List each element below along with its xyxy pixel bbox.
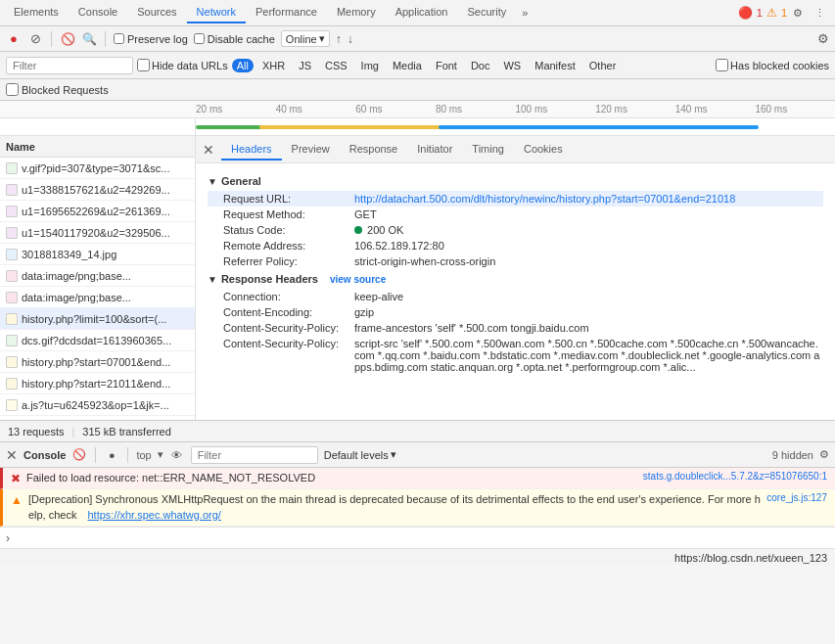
preserve-log-checkbox[interactable]	[114, 33, 124, 44]
list-item[interactable]: history.php?start=21011&end...	[0, 373, 195, 394]
list-item[interactable]: history.php?start=07001&end...	[0, 351, 195, 373]
filter-ws-button[interactable]: WS	[498, 59, 526, 72]
more-tabs-icon[interactable]: »	[516, 3, 533, 23]
message-source[interactable]: stats.g.doubleclick...5.7.2&z=851076650:…	[643, 471, 827, 482]
console-input-row: ›	[0, 527, 835, 548]
list-item[interactable]: a.js?tu=u6245924&op=1&jk=...	[0, 416, 195, 420]
tab-performance[interactable]: Performance	[246, 2, 327, 23]
console-gear-icon[interactable]: ⚙	[819, 448, 829, 461]
list-item[interactable]: dcs.gif?dcdsdat=1613960365...	[0, 330, 195, 351]
hide-urls-checkbox[interactable]	[137, 59, 150, 71]
tab-memory[interactable]: Memory	[327, 2, 386, 23]
timeline-header: 20 ms40 ms60 ms80 ms100 ms120 ms140 ms16…	[0, 101, 835, 118]
status-code-label: Status Code:	[223, 224, 350, 236]
filter-font-button[interactable]: Font	[431, 59, 462, 72]
disable-cache-label[interactable]: Disable cache	[194, 33, 275, 45]
request-url-row: Request URL: http://datachart.500.com/dl…	[208, 191, 823, 207]
tab-security[interactable]: Security	[457, 2, 516, 23]
tab-response[interactable]: Response	[340, 139, 408, 161]
tab-application[interactable]: Application	[386, 2, 458, 23]
tab-network[interactable]: Network	[187, 2, 246, 23]
filter-bar: Hide data URLs All XHR JS CSS Img Media …	[0, 52, 835, 79]
tab-elements[interactable]: Elements	[4, 2, 69, 23]
list-item[interactable]: history.php?limit=100&sort=(...	[0, 308, 195, 330]
console-close-icon[interactable]: ✕	[6, 447, 18, 463]
clear-button[interactable]: 🚫	[60, 31, 75, 47]
status-code-value: 200 OK	[354, 224, 403, 236]
has-blocked-checkbox[interactable]	[716, 59, 728, 71]
status-dot	[354, 226, 362, 234]
chevron-down-icon-console[interactable]: ▾	[158, 448, 163, 461]
preserve-log-label[interactable]: Preserve log	[114, 33, 188, 45]
hide-urls-label[interactable]: Hide data URLs	[137, 59, 228, 71]
list-item[interactable]: data:image/png;base...	[0, 265, 195, 287]
console-eye-button[interactable]: 👁	[169, 447, 185, 463]
response-header-row: Content-Encoding:gzip	[208, 304, 823, 320]
settings-icon[interactable]: ⚙	[787, 4, 809, 23]
network-settings-icon[interactable]: ⚙	[817, 31, 829, 46]
error-count: 1	[757, 7, 763, 19]
response-headers-toggle[interactable]: ▼	[208, 274, 217, 285]
main-split: Name v.gif?pid=307&type=3071&sc...u1=338…	[0, 136, 835, 420]
view-source-link[interactable]: view source	[330, 274, 386, 285]
close-detail-button[interactable]: ✕	[200, 141, 217, 159]
tab-cookies[interactable]: Cookies	[514, 139, 573, 161]
disable-cache-checkbox[interactable]	[194, 33, 205, 44]
search-button[interactable]: 🔍	[81, 31, 97, 47]
list-item[interactable]: a.js?tu=u6245923&op=1&jk=...	[0, 394, 195, 416]
console-clear-button[interactable]: 🚫	[71, 447, 87, 463]
throttling-selector[interactable]: Online ▾	[281, 30, 330, 47]
tab-initiator[interactable]: Initiator	[407, 139, 462, 161]
tab-console[interactable]: Console	[69, 2, 127, 23]
filter-all-button[interactable]: All	[232, 59, 254, 72]
tab-sources[interactable]: Sources	[127, 2, 186, 23]
filter-doc-button[interactable]: Doc	[466, 59, 495, 72]
filter-manifest-button[interactable]: Manifest	[530, 59, 580, 72]
item-name: history.php?start=07001&end...	[22, 356, 189, 368]
list-item[interactable]: u1=1695652269&u2=261369...	[0, 201, 195, 222]
filter-css-button[interactable]: CSS	[320, 59, 352, 72]
timeline-tick: 60 ms	[355, 104, 382, 115]
filter-xhr-button[interactable]: XHR	[257, 59, 290, 72]
download-icon[interactable]: ↓	[348, 32, 353, 46]
timeline-bar	[439, 125, 759, 129]
response-header-value: frame-ancestors 'self' *.500.com tongji.…	[354, 322, 589, 334]
list-header: Name	[0, 136, 195, 158]
timeline-tick: 80 ms	[436, 104, 462, 115]
tab-preview[interactable]: Preview	[282, 139, 340, 161]
filter-other-button[interactable]: Other	[584, 59, 622, 72]
tab-timing[interactable]: Timing	[462, 139, 514, 161]
blocked-row: Blocked Requests	[0, 79, 835, 101]
console-filter-input[interactable]	[191, 446, 318, 464]
console-record-button[interactable]: ●	[104, 447, 119, 463]
status-bar: 13 requests | 315 kB transferred	[0, 420, 835, 441]
upload-icon[interactable]: ↑	[336, 32, 342, 46]
message-source[interactable]: core_js.js:127	[766, 492, 827, 503]
levels-button[interactable]: Default levels ▾	[324, 448, 396, 461]
response-header-value: script-src 'self' *.500.com *.500wan.com…	[354, 338, 823, 373]
message-link[interactable]: https://xhr.spec.whatwg.org/	[87, 509, 220, 521]
list-item[interactable]: u1=1540117920&u2=329506...	[0, 222, 195, 244]
console-separator-1	[95, 447, 96, 463]
blocked-requests-label[interactable]: Blocked Requests	[6, 83, 109, 96]
timeline-bars-right	[196, 118, 835, 135]
blocked-requests-checkbox[interactable]	[6, 83, 19, 96]
has-blocked-label[interactable]: Has blocked cookies	[716, 59, 829, 71]
list-item[interactable]: 3018818349_14.jpg	[0, 244, 195, 265]
filter-media-button[interactable]: Media	[388, 59, 427, 72]
list-item[interactable]: v.gif?pid=307&type=3071&sc...	[0, 158, 195, 179]
top-context-selector[interactable]: top	[136, 449, 151, 461]
tab-headers[interactable]: Headers	[221, 139, 282, 161]
more-options-icon[interactable]: ⋮	[809, 4, 831, 23]
list-item[interactable]: u1=3388157621&u2=429269...	[0, 179, 195, 201]
list-item[interactable]: data:image/png;base...	[0, 287, 195, 308]
filter-js-button[interactable]: JS	[294, 59, 316, 72]
general-toggle[interactable]: ▼	[208, 176, 217, 187]
record-button[interactable]: ●	[6, 31, 22, 47]
message-text: Failed to load resource: net::ERR_NAME_N…	[26, 471, 637, 485]
filter-img-button[interactable]: Img	[356, 59, 384, 72]
stop-button[interactable]: ⊘	[27, 31, 43, 47]
filter-input[interactable]	[6, 57, 133, 74]
timeline-bars-left	[0, 118, 196, 135]
console-input[interactable]	[14, 532, 829, 544]
